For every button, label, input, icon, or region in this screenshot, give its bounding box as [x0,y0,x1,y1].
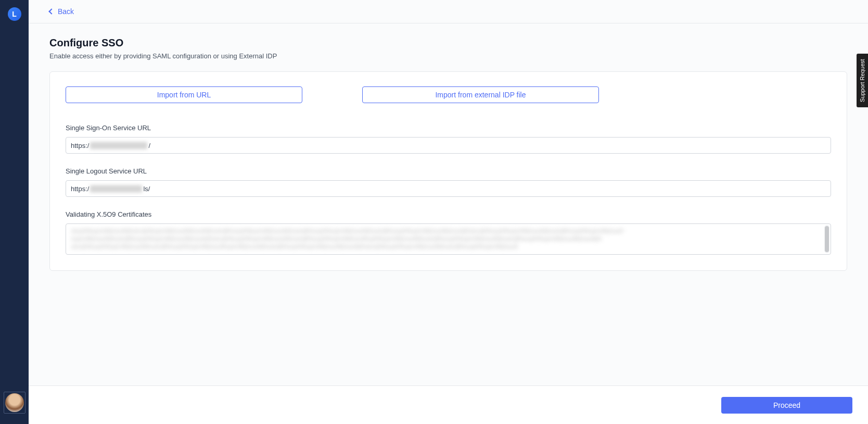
sso-url-field-group: Single Sign-On Service URL https:/ / [66,124,831,154]
footer: Proceed [29,385,868,424]
cert-textarea[interactable]: aksjdhfkajshdfkjhasdkfjhaksdjhfkajshdfkj… [66,223,831,255]
cert-label: Validating X.5O9 Certificates [66,210,831,218]
page-title: Configure SSO [49,37,847,49]
chevron-left-icon [48,8,54,14]
import-from-file-button[interactable]: Import from external IDP file [362,86,599,103]
sidebar: L [0,0,29,424]
support-request-tab[interactable]: Support Request [857,54,868,107]
content: Configure SSO Enable access either by pr… [29,23,868,385]
config-card: Import from URL Import from external IDP… [49,71,847,271]
cert-scrollbar-thumb[interactable] [825,226,829,252]
cert-scrollbar[interactable] [824,225,829,253]
sso-url-input[interactable] [66,137,831,154]
slo-url-input[interactable] [66,180,831,197]
proceed-button[interactable]: Proceed [721,397,852,414]
slo-url-field-group: Single Logout Service URL https:/ ls/ [66,167,831,197]
import-from-url-button[interactable]: Import from URL [66,86,302,103]
cert-redacted-content: aksjdhfkajshdfkjhasdkfjhaksdjhfkajshdfkj… [71,227,825,251]
back-label: Back [58,7,74,16]
user-avatar-icon [5,393,24,412]
slo-url-label: Single Logout Service URL [66,167,831,175]
user-avatar-container[interactable] [4,392,25,414]
back-button[interactable]: Back [49,7,74,16]
cert-field-group: Validating X.5O9 Certificates aksjdhfkaj… [66,210,831,255]
page-subtitle: Enable access either by providing SAML c… [49,52,847,60]
main-area: Back Configure SSO Enable access either … [29,0,868,424]
import-row: Import from URL Import from external IDP… [66,86,831,103]
topbar: Back [29,0,868,23]
app-logo[interactable]: L [8,7,21,21]
sso-url-label: Single Sign-On Service URL [66,124,831,132]
